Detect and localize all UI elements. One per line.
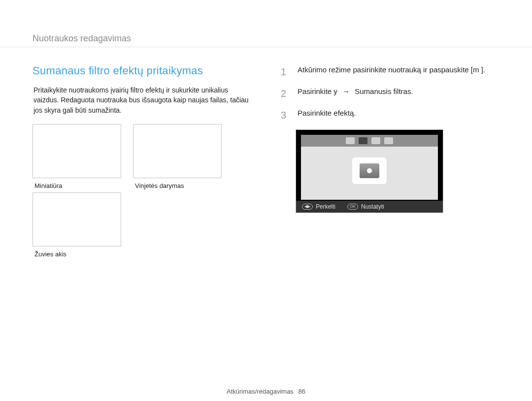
camera-bottom-bar: ◀▶ Perkelti OK Nustatyti [296, 201, 443, 213]
effect-preview-inner [360, 163, 379, 178]
thumbnail-image [133, 124, 222, 178]
step-2: 2 Pasirinkite y → Sumanusis ﬁltras. [281, 86, 499, 101]
thumbnail-image [33, 192, 121, 247]
breadcrumb: Nuotraukos redagavimas [33, 33, 499, 48]
camera-screenshot: ◀▶ Perkelti OK Nustatyti [296, 129, 443, 213]
bottom-bar-move: ◀▶ Perkelti [302, 203, 335, 210]
thumbnail-image [33, 124, 121, 178]
step-body: Pasirinkite y → Sumanusis ﬁltras. [298, 86, 499, 97]
page-number: 86 [298, 388, 305, 395]
bottom-bar-label: Perkelti [316, 203, 335, 210]
step-number: 2 [281, 86, 291, 101]
camera-preview-area [301, 135, 438, 200]
intro-paragraph: Pritaikykite nuotraukoms įvairių ﬁltro e… [33, 85, 254, 115]
step-text: Sumanusis ﬁltras. [355, 87, 413, 95]
thumbnail: Miniatiūra [33, 124, 121, 189]
page-footer: Atkūrimas/redagavimas 86 [0, 388, 532, 395]
nav-arrows-icon: ◀▶ [302, 204, 313, 210]
thumbnail-row-1: Miniatiūra Vinjetės darymas [33, 124, 254, 189]
step-3: 3 Pasirinkite efektą. [281, 108, 499, 123]
ok-icon: OK [347, 204, 358, 210]
step-body: Pasirinkite efektą. [298, 108, 499, 119]
effect-preview-dot-icon [367, 168, 372, 173]
toolbar-icon [346, 137, 355, 144]
section-title: Sumanaus ﬁltro efektų pritaikymas [33, 64, 254, 77]
bottom-bar-label: Nustatyti [361, 203, 384, 210]
thumbnail: Žuvies akis [33, 192, 121, 258]
step-text: Pasirinkite efektą. [298, 109, 356, 117]
step-number: 1 [281, 64, 291, 79]
page: Nuotraukos redagavimas Sumanaus ﬁltro ef… [0, 0, 532, 401]
top-divider [0, 47, 532, 47]
right-column: 1 Atkūrimo režime pasirinkite nuotrauką … [264, 64, 499, 261]
step-body: Atkūrimo režime pasirinkite nuotrauką ir… [298, 64, 499, 76]
thumbnail: Vinjetės darymas [133, 124, 222, 189]
thumbnail-caption: Žuvies akis [34, 250, 121, 258]
step-text: Atkūrimo režime pasirinkite nuotrauką ir… [298, 65, 469, 74]
thumbnail-row-2: Žuvies akis [33, 192, 254, 258]
camera-toolbar [301, 135, 438, 147]
step-text: Pasirinkite y [298, 87, 337, 95]
toolbar-icon [384, 137, 393, 144]
bottom-bar-set: OK Nustatyti [347, 203, 384, 210]
thumbnail-caption: Miniatiūra [34, 182, 121, 189]
content-columns: Sumanaus ﬁltro efektų pritaikymas Pritai… [33, 64, 499, 261]
step-text: [m ]. [471, 65, 485, 74]
step-number: 3 [281, 108, 291, 123]
step-1: 1 Atkūrimo režime pasirinkite nuotrauką … [281, 64, 499, 79]
toolbar-icon [371, 137, 380, 144]
toolbar-icon-active [359, 137, 367, 144]
thumbnail-caption: Vinjetės darymas [135, 182, 222, 189]
effect-preview [352, 157, 387, 184]
steps-list: 1 Atkūrimo režime pasirinkite nuotrauką … [281, 64, 499, 123]
left-column: Sumanaus ﬁltro efektų pritaikymas Pritai… [33, 64, 264, 261]
footer-section: Atkūrimas/redagavimas [227, 388, 294, 395]
arrow-icon: → [342, 86, 350, 97]
